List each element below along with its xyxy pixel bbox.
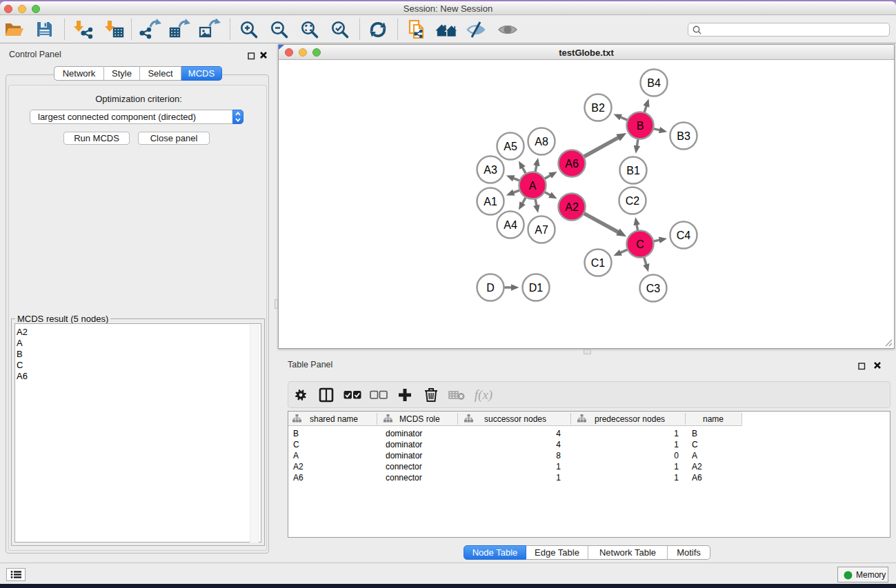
- svg-text:A2: A2: [565, 201, 579, 213]
- svg-text:A8: A8: [535, 136, 548, 148]
- svg-text:A: A: [529, 180, 537, 192]
- svg-text:A7: A7: [535, 224, 548, 236]
- svg-text:B4: B4: [647, 77, 661, 89]
- svg-text:B1: B1: [626, 165, 640, 176]
- svg-text:C: C: [636, 239, 644, 250]
- svg-text:A1: A1: [484, 196, 497, 207]
- svg-text:C3: C3: [646, 283, 661, 294]
- svg-text:D1: D1: [529, 282, 544, 294]
- svg-text:A4: A4: [504, 219, 517, 231]
- svg-text:B2: B2: [591, 102, 605, 114]
- svg-text:A6: A6: [565, 158, 579, 170]
- svg-text:D: D: [486, 282, 495, 294]
- svg-text:C2: C2: [626, 195, 640, 207]
- svg-text:C4: C4: [677, 230, 691, 241]
- svg-text:B: B: [637, 120, 644, 132]
- svg-text:C1: C1: [591, 257, 606, 269]
- svg-text:A3: A3: [484, 164, 497, 176]
- svg-text:A5: A5: [504, 141, 517, 152]
- svg-text:B3: B3: [677, 130, 690, 142]
